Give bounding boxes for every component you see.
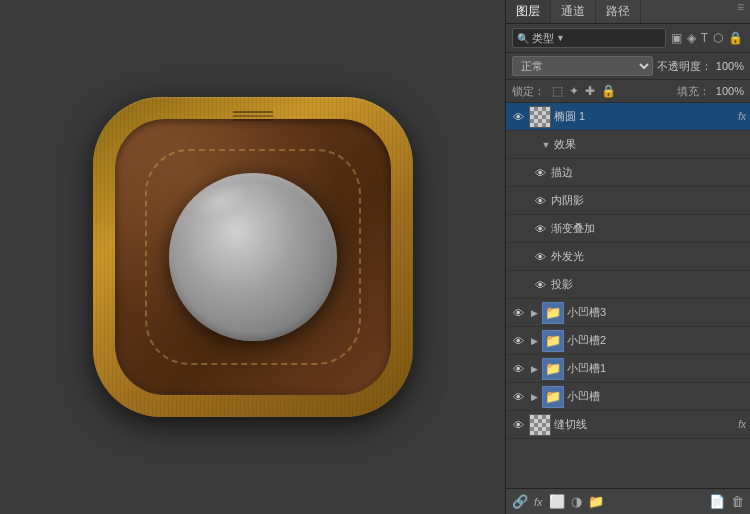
panel-bottom-toolbar: 🔗 fx ⬜ ◑ 📁 📄 🗑: [506, 488, 750, 514]
lock-position-icon[interactable]: ✦: [568, 83, 580, 99]
filter-text-icon[interactable]: T: [700, 30, 709, 46]
folder-thumbnail: 📁: [542, 330, 564, 352]
visibility-icon[interactable]: 👁: [510, 110, 526, 124]
layer-name: 椭圆 1: [554, 109, 735, 124]
layer-name: 渐变叠加: [551, 221, 746, 236]
visibility-icon[interactable]: 👁: [510, 418, 526, 432]
fx-badge: fx: [738, 111, 746, 122]
search-type-dropdown[interactable]: 类型 ▼: [532, 31, 565, 46]
folder-thumbnail: 📁: [542, 358, 564, 380]
layers-list: 👁 椭圆 1 fx ▼ 效果 👁 描边 👁 内阴影 👁 渐变叠加 👁: [506, 103, 750, 488]
visibility-icon[interactable]: 👁: [510, 362, 526, 376]
layer-item[interactable]: 👁 内阴影: [506, 187, 750, 215]
delete-layer-icon[interactable]: 🗑: [731, 494, 744, 509]
icon-background: [93, 97, 413, 417]
fx-badge: fx: [738, 419, 746, 430]
lock-all-icon[interactable]: 🔒: [600, 83, 617, 99]
blend-mode-select[interactable]: 正常: [512, 56, 653, 76]
visibility-icon[interactable]: 👁: [510, 390, 526, 404]
filter-adjust-icon[interactable]: ◈: [686, 30, 697, 46]
new-folder-icon[interactable]: 📁: [588, 494, 604, 509]
lock-move-icon[interactable]: ✚: [584, 83, 596, 99]
layer-name: 小凹槽: [567, 389, 746, 404]
dropdown-arrow-icon: ▼: [556, 33, 565, 43]
layer-item[interactable]: 👁 缝切线 fx: [506, 411, 750, 439]
layer-item[interactable]: 👁 ▶ 📁 小凹槽: [506, 383, 750, 411]
blend-mode-row: 正常 不透明度： 100%: [506, 53, 750, 80]
layer-item[interactable]: 👁 渐变叠加: [506, 215, 750, 243]
layers-panel: 图层 通道 路径 ≡ 🔍 类型 ▼ ▣ ◈ T ⬡ 🔒 正常: [505, 0, 750, 514]
visibility-icon[interactable]: 👁: [510, 306, 526, 320]
lock-pixels-icon[interactable]: ⬚: [551, 83, 564, 99]
panel-tab-bar: 图层 通道 路径 ≡: [506, 0, 750, 24]
layer-item[interactable]: 👁 投影: [506, 271, 750, 299]
tab-channels[interactable]: 通道: [551, 0, 596, 23]
layer-item[interactable]: ▼ 效果: [506, 131, 750, 159]
expand-arrow-icon[interactable]: ▶: [529, 308, 539, 318]
layer-item[interactable]: 👁 描边: [506, 159, 750, 187]
icon-artwork: [93, 97, 413, 417]
folder-thumbnail: 📁: [542, 302, 564, 324]
layer-name: 描边: [551, 165, 746, 180]
layer-item[interactable]: 👁 椭圆 1 fx: [506, 103, 750, 131]
layer-name: 投影: [551, 277, 746, 292]
layer-name: 外发光: [551, 249, 746, 264]
filter-smart-icon[interactable]: 🔒: [727, 30, 744, 46]
circle-button: [169, 173, 337, 341]
layer-name: 小凹槽2: [567, 333, 746, 348]
new-layer-icon[interactable]: 📄: [709, 494, 725, 509]
filter-shape-icon[interactable]: ⬡: [712, 30, 724, 46]
search-box[interactable]: 🔍 类型 ▼: [512, 28, 666, 48]
fx-button[interactable]: fx: [534, 496, 543, 508]
visibility-icon[interactable]: 👁: [532, 194, 548, 208]
layer-thumbnail: [529, 414, 551, 436]
visibility-icon[interactable]: [522, 138, 538, 152]
search-filter-icons: ▣ ◈ T ⬡ 🔒: [670, 30, 744, 46]
search-row: 🔍 类型 ▼ ▣ ◈ T ⬡ 🔒: [506, 24, 750, 53]
visibility-icon[interactable]: 👁: [510, 334, 526, 348]
layer-name: 小凹槽1: [567, 361, 746, 376]
expand-arrow-icon[interactable]: ▼: [541, 140, 551, 150]
expand-arrow-icon[interactable]: ▶: [529, 364, 539, 374]
layer-item[interactable]: 👁 ▶ 📁 小凹槽2: [506, 327, 750, 355]
tab-layers[interactable]: 图层: [506, 0, 551, 23]
layer-name: 内阴影: [551, 193, 746, 208]
expand-arrow-icon[interactable]: ▶: [529, 336, 539, 346]
tab-paths[interactable]: 路径: [596, 0, 641, 23]
visibility-icon[interactable]: 👁: [532, 250, 548, 264]
layer-item[interactable]: 👁 外发光: [506, 243, 750, 271]
layer-name: 小凹槽3: [567, 305, 746, 320]
visibility-icon[interactable]: 👁: [532, 278, 548, 292]
lock-row: 锁定： ⬚ ✦ ✚ 🔒 填充： 100%: [506, 80, 750, 103]
search-icon: 🔍: [517, 33, 529, 44]
layer-item[interactable]: 👁 ▶ 📁 小凹槽3: [506, 299, 750, 327]
adjustment-layer-icon[interactable]: ◑: [571, 494, 582, 509]
canvas-area: [0, 0, 505, 514]
add-mask-icon[interactable]: ⬜: [549, 494, 565, 509]
filter-pixel-icon[interactable]: ▣: [670, 30, 683, 46]
layer-name: 效果: [554, 137, 746, 152]
lock-icons-group: ⬚ ✦ ✚ 🔒: [551, 83, 617, 99]
folder-thumbnail: 📁: [542, 386, 564, 408]
layer-name: 缝切线: [554, 417, 735, 432]
layer-item[interactable]: 👁 ▶ 📁 小凹槽1: [506, 355, 750, 383]
opacity-row: 不透明度： 100%: [657, 59, 744, 74]
panel-menu-icon[interactable]: ≡: [731, 0, 750, 23]
visibility-icon[interactable]: 👁: [532, 222, 548, 236]
link-icon[interactable]: 🔗: [512, 494, 528, 509]
expand-arrow-icon[interactable]: ▶: [529, 392, 539, 402]
layer-thumbnail: [529, 106, 551, 128]
visibility-icon[interactable]: 👁: [532, 166, 548, 180]
